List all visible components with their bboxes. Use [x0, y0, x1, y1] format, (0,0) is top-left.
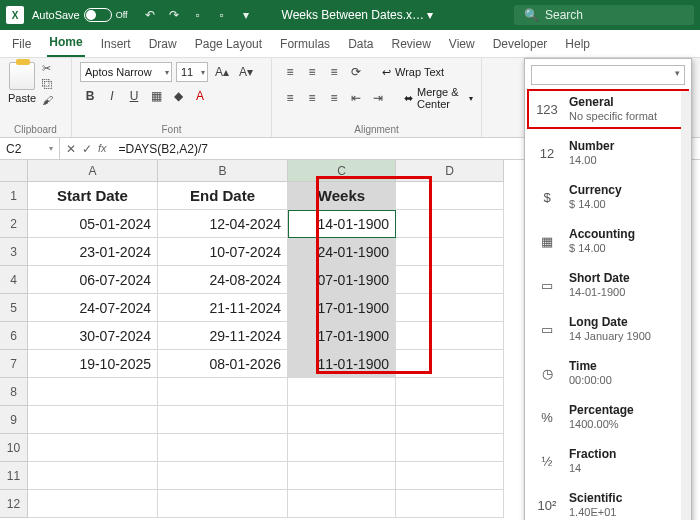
cell[interactable]: 24-01-1900: [288, 238, 396, 266]
tab-insert[interactable]: Insert: [99, 31, 133, 57]
cell[interactable]: 17-01-1900: [288, 294, 396, 322]
cell[interactable]: 08-01-2026: [158, 350, 288, 378]
font-name-combo[interactable]: Aptos Narrow: [80, 62, 172, 82]
save-icon[interactable]: ▫: [190, 7, 206, 23]
cell[interactable]: [396, 182, 504, 210]
tab-review[interactable]: Review: [389, 31, 432, 57]
cell[interactable]: 29-11-2024: [158, 322, 288, 350]
tab-help[interactable]: Help: [563, 31, 592, 57]
cell[interactable]: [396, 350, 504, 378]
tab-formulas[interactable]: Formulas: [278, 31, 332, 57]
cell[interactable]: [288, 406, 396, 434]
cell[interactable]: 12-04-2024: [158, 210, 288, 238]
fx-icon[interactable]: fx: [98, 142, 107, 156]
tab-page-layout[interactable]: Page Layout: [193, 31, 264, 57]
row-header[interactable]: 2: [0, 210, 28, 238]
cell[interactable]: [288, 378, 396, 406]
cell[interactable]: [28, 378, 158, 406]
tab-draw[interactable]: Draw: [147, 31, 179, 57]
number-format-scientific[interactable]: 10²Scientific1.40E+01: [525, 483, 691, 520]
tab-file[interactable]: File: [10, 31, 33, 57]
align-bottom-icon[interactable]: ≡: [324, 62, 344, 82]
cell[interactable]: [396, 210, 504, 238]
tab-developer[interactable]: Developer: [491, 31, 550, 57]
row-header[interactable]: 8: [0, 378, 28, 406]
cell[interactable]: [288, 434, 396, 462]
indent-dec-icon[interactable]: ⇤: [346, 88, 366, 108]
format-painter-icon[interactable]: 🖌: [42, 94, 58, 108]
number-format-currency[interactable]: $Currency$ 14.00: [525, 175, 691, 219]
cell[interactable]: [396, 294, 504, 322]
search-input[interactable]: [545, 8, 684, 22]
tab-data[interactable]: Data: [346, 31, 375, 57]
cell[interactable]: [396, 238, 504, 266]
cell[interactable]: 30-07-2024: [28, 322, 158, 350]
row-header[interactable]: 9: [0, 406, 28, 434]
col-header-a[interactable]: A: [28, 160, 158, 182]
cell[interactable]: 06-07-2024: [28, 266, 158, 294]
row-header[interactable]: 10: [0, 434, 28, 462]
cell[interactable]: 11-01-1900: [288, 350, 396, 378]
merge-center-button[interactable]: ⬌ Merge & Center ▾: [404, 86, 473, 110]
save-icon-2[interactable]: ▫: [214, 7, 230, 23]
align-top-icon[interactable]: ≡: [280, 62, 300, 82]
cell[interactable]: [396, 378, 504, 406]
cell[interactable]: [158, 378, 288, 406]
cell[interactable]: [28, 406, 158, 434]
select-all-corner[interactable]: [0, 160, 28, 182]
cell[interactable]: 21-11-2024: [158, 294, 288, 322]
font-color-icon[interactable]: A: [190, 86, 210, 106]
font-size-combo[interactable]: 11: [176, 62, 208, 82]
cell[interactable]: 17-01-1900: [288, 322, 396, 350]
undo-icon[interactable]: ↶: [142, 7, 158, 23]
row-header[interactable]: 1: [0, 182, 28, 210]
cell[interactable]: [288, 490, 396, 518]
cell[interactable]: [288, 462, 396, 490]
fill-color-icon[interactable]: ◆: [168, 86, 188, 106]
cell[interactable]: 05-01-2024: [28, 210, 158, 238]
decrease-font-icon[interactable]: A▾: [236, 62, 256, 82]
cut-icon[interactable]: ✂: [42, 62, 58, 76]
row-header[interactable]: 4: [0, 266, 28, 294]
cell[interactable]: [158, 406, 288, 434]
cell[interactable]: [396, 406, 504, 434]
row-header[interactable]: 7: [0, 350, 28, 378]
col-header-d[interactable]: D: [396, 160, 504, 182]
cell[interactable]: [28, 462, 158, 490]
cell[interactable]: End Date: [158, 182, 288, 210]
number-format-long-date[interactable]: ▭Long Date14 January 1900: [525, 307, 691, 351]
cell[interactable]: 24-07-2024: [28, 294, 158, 322]
number-format-percentage[interactable]: %Percentage1400.00%: [525, 395, 691, 439]
row-header[interactable]: 3: [0, 238, 28, 266]
cancel-icon[interactable]: ✕: [66, 142, 76, 156]
cell[interactable]: [396, 490, 504, 518]
cell[interactable]: [396, 462, 504, 490]
document-title[interactable]: Weeks Between Dates.x… ▾: [282, 8, 434, 22]
orientation-icon[interactable]: ⟳: [346, 62, 366, 82]
cell[interactable]: 19-10-2025: [28, 350, 158, 378]
col-header-c[interactable]: C: [288, 160, 396, 182]
italic-icon[interactable]: I: [102, 86, 122, 106]
autosave-toggle[interactable]: AutoSave Off: [32, 8, 128, 22]
cell[interactable]: [158, 490, 288, 518]
cell[interactable]: 10-07-2024: [158, 238, 288, 266]
cell[interactable]: [158, 462, 288, 490]
name-box[interactable]: C2: [0, 138, 60, 159]
cell[interactable]: 24-08-2024: [158, 266, 288, 294]
align-left-icon[interactable]: ≡: [280, 88, 300, 108]
row-header[interactable]: 12: [0, 490, 28, 518]
cell[interactable]: [396, 322, 504, 350]
indent-inc-icon[interactable]: ⇥: [368, 88, 388, 108]
scrollbar-vertical[interactable]: [681, 91, 691, 520]
number-format-combo[interactable]: [531, 65, 685, 85]
toggle-switch[interactable]: [84, 8, 112, 22]
copy-icon[interactable]: ⿻: [42, 78, 58, 92]
number-format-general[interactable]: 123GeneralNo specific format: [525, 87, 691, 131]
cell[interactable]: Start Date: [28, 182, 158, 210]
number-format-fraction[interactable]: ½Fraction14: [525, 439, 691, 483]
cell[interactable]: [28, 490, 158, 518]
tab-view[interactable]: View: [447, 31, 477, 57]
number-format-number[interactable]: 12Number14.00: [525, 131, 691, 175]
cell[interactable]: [396, 434, 504, 462]
cell[interactable]: [158, 434, 288, 462]
